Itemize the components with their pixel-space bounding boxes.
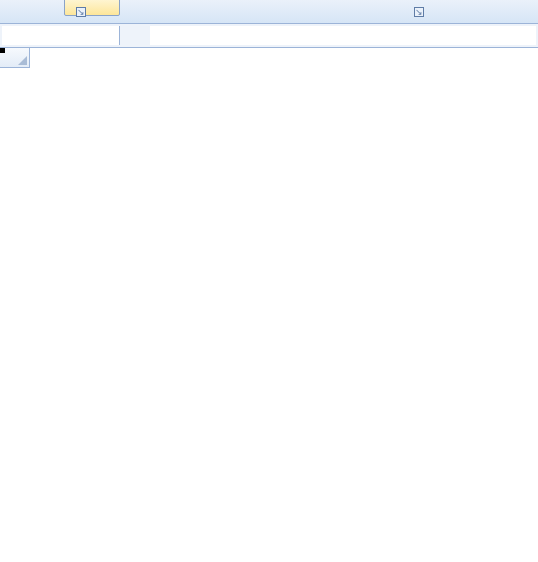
worksheet-grid (0, 48, 538, 562)
ribbon-strip: ↘ ↘ (0, 0, 538, 24)
formula-bar (0, 24, 538, 48)
select-all-button[interactable] (0, 48, 30, 68)
column-headers (30, 48, 538, 68)
clipboard-dialog-launcher[interactable]: ↘ (76, 7, 86, 17)
formula-input[interactable] (150, 26, 536, 45)
fx-wrap (122, 24, 150, 47)
font-dialog-launcher[interactable]: ↘ (414, 7, 424, 17)
name-box[interactable] (2, 26, 120, 45)
paste-button[interactable] (64, 0, 120, 16)
